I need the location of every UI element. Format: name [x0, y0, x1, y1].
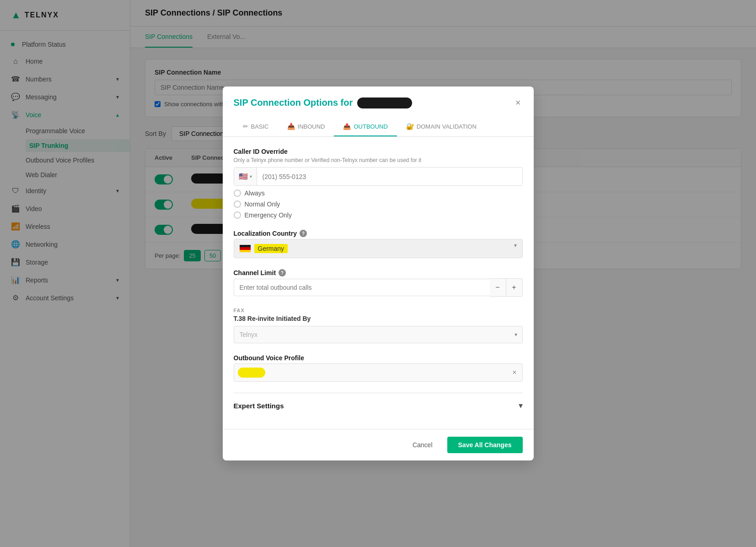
- voice-profile-clear-button[interactable]: ×: [507, 365, 522, 380]
- channel-limit-row: − +: [234, 278, 523, 297]
- modal-title: SIP Connection Options for: [234, 97, 413, 108]
- localization-country-label: Localization Country ?: [234, 230, 523, 237]
- fax-section: FAX T.38 Re-invite Initiated By Telnyx ▾: [234, 308, 523, 343]
- modal-tab-label: OUTBOUND: [354, 123, 387, 130]
- modal-body: Caller ID Override Only a Telnyx phone n…: [223, 137, 534, 429]
- radio-label: Always: [245, 190, 265, 197]
- voice-profile-tag: [238, 368, 265, 378]
- radio-circle: [234, 211, 241, 219]
- chevron-down-icon: ▾: [250, 174, 252, 179]
- modal-tab-label: DOMAIN VALIDATION: [417, 123, 477, 130]
- modal-title-text: SIP Connection Options for: [234, 97, 353, 108]
- expert-settings-label: Expert Settings: [234, 402, 284, 410]
- radio-circle: [234, 190, 241, 197]
- save-all-changes-button[interactable]: Save All Changes: [447, 437, 523, 453]
- radio-label: Emergency Only: [245, 211, 292, 219]
- channel-limit-label: Channel Limit ?: [234, 269, 523, 276]
- modal-footer: Cancel Save All Changes: [223, 429, 534, 460]
- outbound-icon: 📤: [343, 123, 351, 130]
- modal-tab-label: INBOUND: [298, 123, 325, 130]
- cancel-button[interactable]: Cancel: [403, 437, 442, 453]
- localization-country-select[interactable]: Germany ▾: [234, 239, 523, 258]
- fax-section-label: FAX: [234, 308, 523, 313]
- voice-profile-row: ×: [234, 363, 523, 382]
- radio-circle: [234, 200, 241, 208]
- t38-label: T.38 Re-invite Initiated By: [234, 315, 523, 322]
- pencil-icon: ✏: [243, 123, 248, 130]
- outbound-voice-profile-section: Outbound Voice Profile ×: [234, 354, 523, 382]
- modal-connection-name: [357, 97, 412, 108]
- help-icon[interactable]: ?: [279, 269, 286, 276]
- channel-limit-section: Channel Limit ? − +: [234, 269, 523, 297]
- caller-id-label: Caller ID Override: [234, 148, 523, 155]
- modal-tab-outbound[interactable]: 📤 OUTBOUND: [334, 117, 397, 136]
- modal-tab-basic[interactable]: ✏ BASIC: [234, 117, 278, 136]
- modal-tab-inbound[interactable]: 📥 INBOUND: [278, 117, 334, 136]
- channel-decrement-button[interactable]: −: [490, 278, 506, 297]
- caller-id-hint: Only a Telnyx phone number or Verified n…: [234, 157, 523, 163]
- modal: SIP Connection Options for × ✏ BASIC 📥 I…: [223, 87, 534, 460]
- flag-select[interactable]: 🇺🇸 ▾: [234, 168, 257, 185]
- localization-country-value: Germany: [254, 244, 288, 253]
- radio-group: Always Normal Only Emergency Only: [234, 190, 523, 219]
- modal-overlay: SIP Connection Options for × ✏ BASIC 📥 I…: [0, 0, 756, 547]
- radio-always[interactable]: Always: [234, 190, 523, 197]
- inbound-icon: 📥: [287, 123, 295, 130]
- expert-settings-row[interactable]: Expert Settings ▾: [234, 393, 523, 418]
- t38-select-wrapper: Telnyx ▾: [234, 326, 523, 343]
- channel-limit-input[interactable]: [234, 279, 490, 296]
- modal-close-button[interactable]: ×: [514, 96, 523, 110]
- radio-emergency-only[interactable]: Emergency Only: [234, 211, 523, 219]
- modal-tab-domain-validation[interactable]: 🔐 DOMAIN VALIDATION: [397, 117, 486, 136]
- t38-select[interactable]: Telnyx: [234, 326, 523, 343]
- phone-input-row: 🇺🇸 ▾: [234, 167, 523, 186]
- chevron-down-icon: ▾: [514, 242, 517, 249]
- us-flag-icon: 🇺🇸: [239, 172, 248, 181]
- modal-tabs: ✏ BASIC 📥 INBOUND 📤 OUTBOUND 🔐 DOMAIN VA…: [223, 117, 534, 137]
- chevron-down-icon: ▾: [519, 401, 523, 411]
- outbound-voice-profile-label: Outbound Voice Profile: [234, 354, 523, 362]
- modal-tab-label: BASIC: [251, 123, 269, 130]
- germany-flag-icon: [240, 245, 251, 252]
- modal-header: SIP Connection Options for ×: [223, 87, 534, 110]
- channel-increment-button[interactable]: +: [506, 278, 523, 297]
- localization-country-section: Localization Country ? Germany ▾: [234, 230, 523, 258]
- radio-label: Normal Only: [245, 200, 280, 208]
- domain-icon: 🔐: [406, 123, 414, 130]
- radio-normal-only[interactable]: Normal Only: [234, 200, 523, 208]
- phone-input[interactable]: [257, 168, 522, 185]
- help-icon[interactable]: ?: [300, 230, 307, 237]
- caller-id-section: Caller ID Override Only a Telnyx phone n…: [234, 148, 523, 219]
